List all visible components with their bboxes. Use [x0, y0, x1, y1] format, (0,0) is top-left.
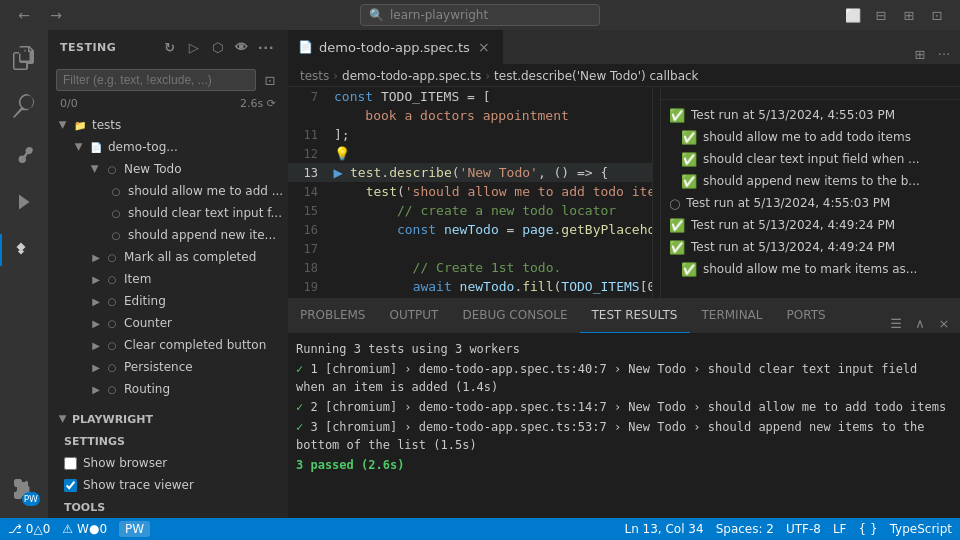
tree-item-editing[interactable]: ▶ ○ Editing [48, 290, 288, 312]
run-item-5[interactable]: ✅ Test run at 5/13/2024, 4:49:24 PM [661, 214, 960, 236]
line-endings-setting[interactable]: LF [833, 522, 847, 536]
tree-item-routing[interactable]: ▶ ○ Routing [48, 378, 288, 400]
split-editor-btn[interactable]: ⊞ [910, 44, 930, 64]
back-button[interactable]: ← [12, 3, 36, 27]
run-check-icon-6: ✅ [669, 240, 685, 255]
suite-icon-editing: ○ [104, 293, 120, 309]
show-trace-item[interactable]: Show trace viewer [48, 474, 288, 496]
tree-item-clear-completed[interactable]: ▶ ○ Clear completed button [48, 334, 288, 356]
playwright-badge[interactable]: PW [119, 521, 150, 537]
search-bar[interactable]: 🔍 learn-playwright [360, 4, 600, 26]
tab-demo-todo[interactable]: 📄 demo-todo-app.spec.ts × [288, 30, 503, 64]
layout-btn-3[interactable]: ⊞ [898, 4, 920, 26]
tab-test-results[interactable]: TEST RESULTS [580, 299, 690, 333]
tree-item-persistence[interactable]: ▶ ○ Persistence [48, 356, 288, 378]
filter-input[interactable] [56, 69, 256, 91]
watch-icon[interactable]: 👁 [232, 38, 252, 58]
tab-ports[interactable]: PORTS [775, 299, 838, 333]
run-item-text-7: should allow me to mark items as... [703, 262, 917, 276]
expand-arrow-clear: ▶ [88, 337, 104, 353]
run-item-7[interactable]: ✅ should allow me to mark items as... [661, 258, 960, 280]
suite-icon-counter: ○ [104, 315, 120, 331]
result-text-4: 3 passed (2.6s) [296, 458, 404, 472]
tab-problems[interactable]: PROBLEMS [288, 299, 378, 333]
refresh-icon[interactable]: ↻ [160, 38, 180, 58]
tree-item-item[interactable]: ▶ ○ Item [48, 268, 288, 290]
show-browser-item[interactable]: Show browser [48, 452, 288, 474]
status-warnings[interactable]: ⚠ W●0 [62, 522, 107, 536]
spaces-setting[interactable]: Spaces: 2 [716, 522, 774, 536]
run-item-3[interactable]: ✅ should append new items to the b... [661, 170, 960, 192]
test-tree: ▶ 📁 tests ▶ 📄 demo-tog... ▷ ⬡ 👁 ··· ▶ ○ [48, 114, 288, 518]
run-item-4[interactable]: ○ Test run at 5/13/2024, 4:55:03 PM [661, 192, 960, 214]
panel-menu-icon[interactable]: ☰ [886, 313, 906, 333]
layout-btn-1[interactable]: ⬜ [842, 4, 864, 26]
cursor-position[interactable]: Ln 13, Col 34 [624, 522, 703, 536]
breadcrumb-file: demo-todo-app.spec.ts [342, 69, 481, 83]
tab-close-button[interactable]: × [476, 39, 492, 55]
tree-item-mark-all[interactable]: ▶ ○ Mark all as completed [48, 246, 288, 268]
test-icon-should-append: ○ [108, 227, 124, 243]
run-item-6[interactable]: ✅ Test run at 5/13/2024, 4:49:24 PM [661, 236, 960, 258]
tab-output[interactable]: OUTPUT [378, 299, 451, 333]
activity-run[interactable] [0, 178, 48, 226]
settings-label: SETTINGS [64, 435, 125, 448]
encoding-setting[interactable]: UTF-8 [786, 522, 821, 536]
title-bar-nav: ← → [12, 3, 68, 27]
code-editor[interactable]: 7 const TODO_ITEMS = [ book a doctors ap… [288, 87, 652, 298]
activity-explorer[interactable] [0, 34, 48, 82]
filter-icon[interactable]: ⊡ [260, 70, 280, 90]
line-num-11: 11 [288, 128, 330, 142]
more-editor-btn[interactable]: ··· [934, 44, 954, 64]
tree-item-counter[interactable]: ▶ ○ Counter [48, 312, 288, 334]
run-info-text: Running 3 tests using 3 workers [296, 342, 520, 356]
result-line-2: ✓ 2 [chromium] › demo-todo-app.spec.ts:1… [296, 398, 952, 416]
show-trace-checkbox[interactable] [64, 479, 77, 492]
panel-close-icon[interactable]: × [934, 313, 954, 333]
tree-item-should-append[interactable]: ○ should append new ite... [48, 224, 288, 246]
tools-section-header[interactable]: TOOLS [48, 496, 288, 518]
result-line-1: ✓ 1 [chromium] › demo-todo-app.spec.ts:4… [296, 360, 952, 396]
tab-terminal[interactable]: TERMINAL [690, 299, 775, 333]
code-line-19: 19 await newTodo.fill(TODO_ITEMS[0]); — … [288, 277, 652, 296]
playwright-section-header[interactable]: ▶ PLAYWRIGHT [48, 408, 288, 430]
tree-item-tests[interactable]: ▶ 📁 tests [48, 114, 288, 136]
run-all-icon[interactable]: ▷ [184, 38, 204, 58]
tab-file-icon: 📄 [298, 40, 313, 54]
run-item-1[interactable]: ✅ should allow me to add todo items [661, 126, 960, 148]
expand-arrow-routing: ▶ [88, 381, 104, 397]
status-git[interactable]: ⎇ 0△0 [8, 522, 50, 536]
settings-section-header[interactable]: SETTINGS [48, 430, 288, 452]
activity-extensions[interactable]: PW [0, 466, 48, 514]
tree-item-should-clear[interactable]: ○ should clear text input f... [48, 202, 288, 224]
run-item-text-5: Test run at 5/13/2024, 4:49:24 PM [691, 218, 895, 232]
activity-search[interactable] [0, 82, 48, 130]
format-setting[interactable]: { } [859, 522, 878, 536]
show-browser-checkbox[interactable] [64, 457, 77, 470]
run-item-0[interactable]: ✅ Test run at 5/13/2024, 4:55:03 PM [661, 104, 960, 126]
breadcrumb-tests: tests [300, 69, 329, 83]
result-line-3: ✓ 3 [chromium] › demo-todo-app.spec.ts:5… [296, 418, 952, 454]
activity-source-control[interactable] [0, 130, 48, 178]
code-line-14: 14 test('should allow me to add todo ite… [288, 182, 652, 201]
layout-btn-2[interactable]: ⊟ [870, 4, 892, 26]
tree-item-should-allow[interactable]: ○ should allow me to add ... [48, 180, 288, 202]
activity-testing[interactable] [0, 226, 48, 274]
language-setting[interactable]: TypeScript [890, 522, 952, 536]
tree-item-new-todo[interactable]: ▶ ○ New Todo ▷ ⬡ 👁 ··· [48, 158, 288, 180]
activity-bar: PW [0, 30, 48, 518]
tree-label-should-allow: should allow me to add ... [128, 184, 283, 198]
tree-item-demo[interactable]: ▶ 📄 demo-tog... ▷ ⬡ 👁 ··· [48, 136, 288, 158]
debug-icon[interactable]: ⬡ [208, 38, 228, 58]
more-icon[interactable]: ··· [256, 38, 276, 58]
test-icon-should-allow: ○ [108, 183, 124, 199]
panel-up-icon[interactable]: ∧ [910, 313, 930, 333]
layout-btn-4[interactable]: ⊡ [926, 4, 948, 26]
line-num-12: 12 [288, 147, 330, 161]
run-item-2[interactable]: ✅ should clear text input field when ... [661, 148, 960, 170]
result-line-4: 3 passed (2.6s) [296, 456, 952, 474]
check-icon-3: ✓ [296, 420, 310, 434]
tab-debug-console[interactable]: DEBUG CONSOLE [450, 299, 579, 333]
stats-row: 0/0 2.6s ⟳ [48, 95, 288, 114]
forward-button[interactable]: → [44, 3, 68, 27]
